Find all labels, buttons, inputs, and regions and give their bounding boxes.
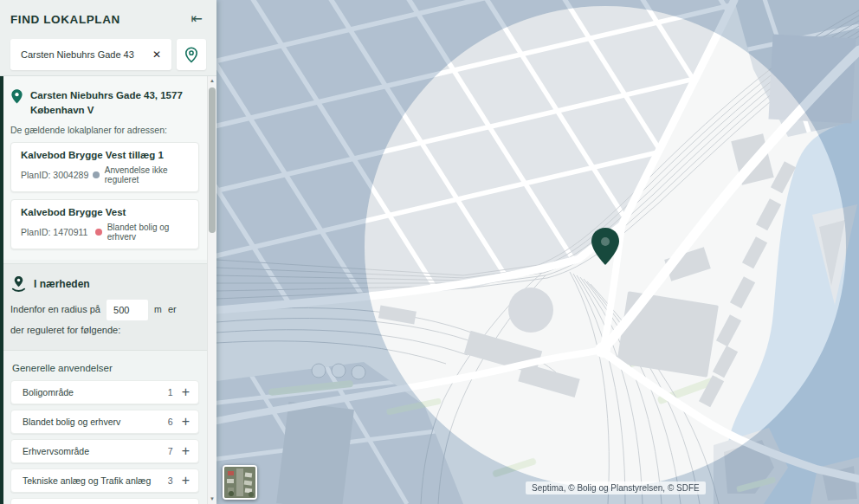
use-row-boligomraade[interactable]: Boligområde 1 + [10, 380, 199, 404]
plan-card[interactable]: Kalvebod Brygge Vest tillæg 1 PlanID: 30… [10, 142, 199, 192]
collapse-sidebar-icon[interactable]: ⇤ [188, 10, 206, 28]
sidebar-scrollbar[interactable]: ▲ ▼ [207, 76, 216, 504]
use-count: 1 [168, 387, 173, 397]
location-pin-icon [184, 47, 198, 63]
use-count: 7 [168, 446, 173, 456]
nearby-panel: I nærheden Indenfor en radius på m er de… [0, 263, 216, 351]
general-uses-section: Generelle anvendelser Boligområde 1 + Bl… [0, 351, 216, 504]
status-dot [95, 229, 102, 236]
plan-id: PlanID: 1470911 [21, 227, 95, 237]
radius-unit: m [154, 304, 162, 314]
use-count: 3 [168, 475, 173, 486]
sidebar: FIND LOKALPLAN ⇤ ✕ [0, 0, 216, 504]
use-label: Erhvervsområde [23, 446, 168, 456]
plan-status: Blandet bolig og erhverv [107, 223, 189, 242]
search-box: ✕ [10, 39, 171, 70]
nearby-text: Indenfor en radius på m er der reguleret… [10, 300, 188, 339]
scroll-down-icon[interactable]: ▼ [208, 494, 216, 504]
app-title: FIND LOKALPLAN [10, 13, 120, 26]
plan-id: PlanID: 3004289 [21, 170, 93, 180]
sidebar-content: Carsten Niebuhrs Gade 43, 1577 København… [0, 76, 216, 504]
search-input[interactable] [21, 49, 149, 60]
use-row-tekniske[interactable]: Tekniske anlæg og Trafik anlæg 3 + [10, 468, 199, 493]
clear-search-icon[interactable]: ✕ [149, 47, 165, 62]
use-row-erhverv[interactable]: Erhvervsområde 7 + [10, 439, 199, 463]
find-lokalplan-app: Septima, © Bolig og Planstyrelsen, © SDF… [0, 0, 859, 504]
nearby-icon [10, 275, 27, 292]
use-label: Boligområde [23, 387, 168, 397]
address-title: Carsten Niebuhrs Gade 43, 1577 København… [30, 88, 184, 117]
plan-card[interactable]: Kalvebod Brygge Vest PlanID: 1470911 Bla… [10, 199, 199, 249]
expand-plus-icon[interactable]: + [182, 474, 190, 488]
address-pin-icon [10, 88, 23, 105]
radius-input[interactable] [107, 300, 148, 320]
use-row-blandet[interactable]: Blandet bolig og erhverv 6 + [10, 410, 199, 434]
map-canvas[interactable]: Septima, © Bolig og Planstyrelsen, © SDF… [216, 0, 859, 504]
scrollbar-thumb[interactable] [209, 87, 216, 233]
use-label: Tekniske anlæg og Trafik anlæg [23, 475, 168, 486]
radius-text-before: Indenfor en radius på [10, 304, 100, 314]
nearby-title: I nærheden [34, 278, 90, 290]
basemap [216, 0, 859, 504]
basemap-thumbnail-button[interactable] [223, 465, 257, 500]
address-caption: De gældende lokalplaner for adressen: [10, 125, 199, 135]
expand-plus-icon[interactable]: + [182, 444, 190, 458]
expand-plus-icon[interactable]: + [182, 415, 190, 429]
aerial-thumbnail [224, 467, 255, 498]
accent-stripe [0, 76, 3, 504]
use-row-andet[interactable]: Andet 1 + [10, 498, 199, 504]
map-attribution: Septima, © Bolig og Planstyrelsen, © SDF… [526, 481, 706, 494]
general-uses-label: Generelle anvendelser [12, 363, 199, 373]
plan-status: Anvendelse ikke reguleret [105, 165, 189, 184]
use-label: Blandet bolig og erhverv [23, 417, 168, 427]
sidebar-header: FIND LOKALPLAN ⇤ ✕ [0, 0, 216, 76]
address-result-section: Carsten Niebuhrs Gade 43, 1577 København… [0, 76, 216, 260]
plan-name: Kalvebod Brygge Vest tillæg 1 [21, 150, 189, 160]
scroll-up-icon[interactable]: ▲ [208, 76, 216, 86]
locate-pin-button[interactable] [177, 39, 206, 70]
use-count: 6 [168, 417, 173, 427]
plan-name: Kalvebod Brygge Vest [21, 207, 189, 217]
status-dot [93, 171, 100, 178]
expand-plus-icon[interactable]: + [182, 385, 190, 399]
